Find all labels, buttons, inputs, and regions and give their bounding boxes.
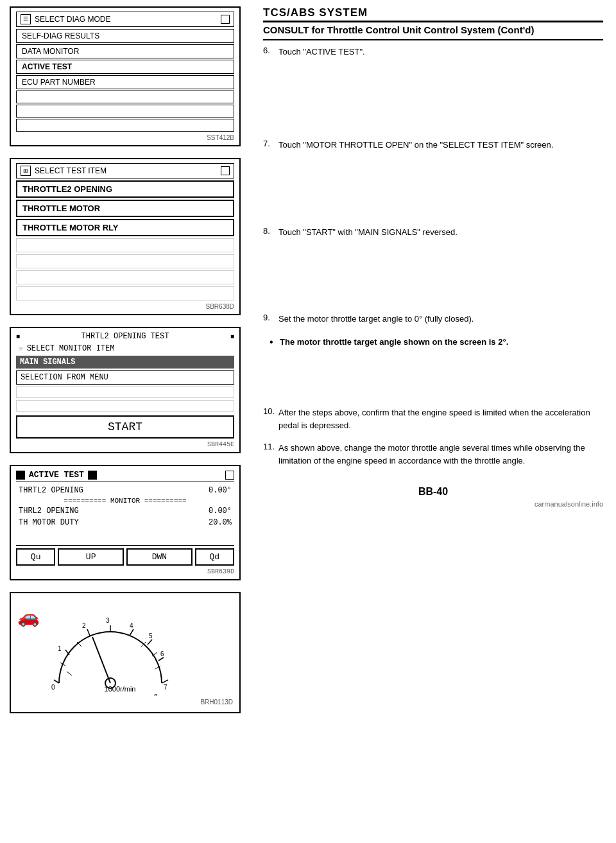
screen1-item-empty2: [16, 105, 234, 117]
screen4-code: SBR639D: [16, 568, 234, 575]
screen3-subtitle-row: ☞ SELECT MONITOR ITEM: [16, 343, 234, 354]
screen2-code: SBR638D: [16, 303, 234, 310]
screen3-highlighted[interactable]: MAIN SIGNALS: [16, 356, 234, 369]
screen1-code: SST412B: [16, 134, 234, 141]
screen3-start-button[interactable]: START: [16, 415, 234, 439]
screen2-item-empty3: [16, 270, 234, 284]
step-10-text: After the steps above, confirm that the …: [278, 406, 603, 431]
screen4-motor-row: TH MOTOR DUTY 20.0%: [16, 517, 234, 528]
svg-line-18: [92, 637, 110, 683]
screen5-car-icon: 🚗: [17, 606, 40, 627]
screen4-header-label: ACTIVE TEST: [29, 470, 84, 480]
screen4-btn-qd[interactable]: Qd: [195, 548, 234, 566]
svg-text:1: 1: [58, 645, 62, 652]
page-title: TCS/ABS SYSTEM: [263, 6, 368, 19]
screen1-checkbox: [221, 15, 230, 24]
screen4-sq-right: [88, 471, 97, 480]
step-8-num: 8.: [263, 226, 278, 239]
screen4-thrtl2-value: 0.00°: [209, 486, 232, 495]
screen2-item-throttle-motor: THROTTLE MOTOR: [16, 200, 234, 217]
screen4-motor-label: TH MOTOR DUTY: [19, 518, 79, 527]
step-11-text: As shown above, change the motor throttl…: [278, 442, 603, 467]
left-column: ☰ SELECT DIAG MODE SELF-DIAG RESULTS DAT…: [0, 0, 250, 843]
step-10-num: 10.: [263, 406, 278, 431]
screen1-item-active-test[interactable]: ACTIVE TEST: [16, 60, 234, 74]
screen1-item-data-monitor: DATA MONITOR: [16, 44, 234, 58]
svg-text:6: 6: [160, 650, 164, 657]
screen1-icon: ☰: [21, 14, 31, 24]
bullet-item: • The motor throttle target angle shown …: [263, 336, 603, 349]
bullet-text: The motor throttle target angle shown on…: [280, 336, 508, 349]
screen4-btn-dwn[interactable]: DWN: [126, 548, 193, 566]
screen2-select-test: ⊞ SELECT TEST ITEM THROTTLE2 OPENING THR…: [10, 158, 241, 315]
page-subtitle: CONSULT for Throttle Control Unit Contro…: [263, 24, 603, 40]
step-6-num: 6.: [263, 46, 278, 58]
screen2-header-label: SELECT TEST ITEM: [35, 166, 107, 175]
screen4-motor-value: 20.0%: [209, 518, 232, 527]
step-11-num: 11.: [263, 442, 278, 467]
screen4-thrl2-value: 0.00°: [209, 507, 232, 516]
screen2-header: ⊞ SELECT TEST ITEM: [16, 163, 234, 178]
step-9-num: 9.: [263, 313, 278, 326]
screen3-sq-left: ■: [16, 333, 20, 340]
screen4-checkbox: [225, 471, 234, 480]
screen4-thrl2-label: THRL2 OPENING: [19, 507, 79, 516]
step-6: 6. Touch "ACTIVE TEST".: [263, 46, 603, 58]
step-9: 9. Set the motor throttle target angle t…: [263, 313, 603, 326]
screen2-item-throttle-rly: THROTTLE MOTOR RLY: [16, 219, 234, 236]
screen1-item-empty1: [16, 91, 234, 103]
svg-line-14: [162, 680, 168, 683]
svg-line-8: [130, 629, 133, 636]
watermark: carmanualsonline.info: [263, 500, 603, 508]
screen1-header-label: SELECT DIAG MODE: [35, 15, 110, 24]
screen4-btn-row: Qu UP DWN Qd: [16, 545, 234, 566]
screen5-code: BRH0113D: [17, 699, 233, 706]
screen5-tach-svg: 0 1 2 3 4: [46, 600, 175, 696]
screen3-empty1: [16, 387, 234, 398]
screen5-tachometer: 🚗 0 1 2: [10, 592, 241, 713]
step-8: 8. Touch "START" with "MAIN SIGNALS" rev…: [263, 226, 603, 239]
screen4-thrl2-row: THRL2 OPENING 0.00°: [16, 505, 234, 517]
screen4-btn-qu[interactable]: Qu: [16, 548, 55, 566]
page-number: BB-40: [263, 486, 603, 498]
screen1-item-self-diag: SELF-DIAG RESULTS: [16, 29, 234, 43]
screen3-hand-icon: ☞: [19, 345, 23, 353]
svg-text:7: 7: [164, 684, 167, 691]
screen2-item-empty1: [16, 238, 234, 252]
spacer2: [263, 162, 603, 226]
screen4-header: ACTIVE TEST: [16, 470, 234, 482]
screen3-subtitle: SELECT MONITOR ITEM: [27, 344, 115, 353]
spacer1: [263, 68, 603, 139]
screen2-item-throttle2[interactable]: THROTTLE2 OPENING: [16, 180, 234, 198]
screen2-icon: ⊞: [21, 166, 31, 176]
step-11: 11. As shown above, change the motor thr…: [263, 442, 603, 467]
page-title-bar: TCS/ABS SYSTEM: [263, 6, 603, 22]
screen2-item-empty2: [16, 254, 234, 268]
screen1-item-empty3: [16, 119, 234, 132]
bullet-dot: •: [270, 336, 280, 349]
svg-text:5: 5: [149, 632, 153, 639]
step-10: 10. After the steps above, confirm that …: [263, 406, 603, 431]
screen3-sq-right: ■: [230, 333, 234, 340]
spacer4: [263, 355, 603, 406]
screen5-content: 🚗 0 1 2: [17, 600, 233, 696]
screen3-title-row: ■ THRTL2 OPENING TEST ■: [16, 332, 234, 341]
screen3-title: THRTL2 OPENING TEST: [81, 332, 169, 341]
screen4-btn-up[interactable]: UP: [58, 548, 124, 566]
screen1-item-ecu-part: ECU PART NUMBER: [16, 75, 234, 89]
screen3-menu-item: SELECTION FROM MENU: [16, 370, 234, 385]
screen4-thrtl2-label: THRTL2 OPENING: [19, 486, 83, 495]
svg-line-4: [87, 629, 90, 636]
screen5-gauge-area: 0 1 2 3 4: [46, 600, 175, 696]
svg-text:2: 2: [82, 622, 86, 629]
screen4-thrtl2-row: THRTL2 OPENING 0.00°: [16, 485, 234, 496]
screen2-item-empty4: [16, 286, 234, 300]
step-6-text: Touch "ACTIVE TEST".: [278, 46, 365, 58]
svg-line-12: [158, 657, 164, 661]
screen4-sq-left: [16, 471, 25, 480]
screen3-opening-test: ■ THRTL2 OPENING TEST ■ ☞ SELECT MONITOR…: [10, 327, 241, 453]
svg-text:0: 0: [51, 684, 55, 691]
svg-text:4: 4: [130, 622, 133, 629]
screen1-diag-mode: ☰ SELECT DIAG MODE SELF-DIAG RESULTS DAT…: [10, 6, 241, 146]
step-7-text: Touch "MOTOR THROTTLE OPEN" on the "SELE…: [278, 139, 553, 152]
